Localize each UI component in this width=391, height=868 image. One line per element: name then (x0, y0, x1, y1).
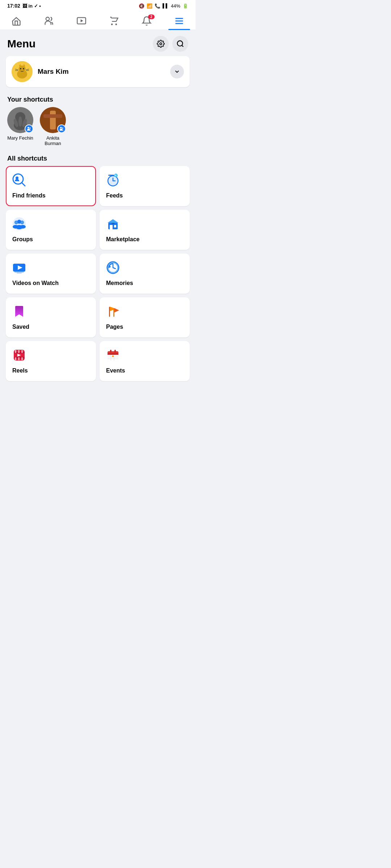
nav-notifications[interactable]: 2 (136, 14, 157, 28)
svg-rect-74 (15, 350, 16, 353)
menu-icon (174, 16, 184, 26)
grid-item-videos-on-watch[interactable]: Videos on Watch (6, 254, 96, 294)
shortcut-avatar-mary (7, 107, 33, 133)
svg-point-8 (160, 43, 162, 45)
header-actions (153, 36, 188, 52)
videos-on-watch-label: Videos on Watch (12, 280, 59, 286)
svg-point-36 (16, 176, 18, 179)
svg-rect-75 (18, 350, 20, 353)
svg-rect-92 (114, 350, 116, 353)
nav-home[interactable] (5, 14, 27, 28)
search-icon (176, 40, 184, 48)
svg-point-29 (29, 128, 31, 129)
grid-item-find-friends[interactable]: Find friends (6, 166, 96, 206)
groups-label: Groups (12, 236, 33, 243)
find-friends-label: Find friends (12, 192, 46, 199)
shortcut-badge-ankita (57, 124, 66, 133)
shortcut-mary[interactable]: Mary Fechin (7, 107, 33, 146)
marketplace-icon (109, 16, 119, 26)
videos-icon (12, 261, 26, 276)
grid-item-memories[interactable]: Memories (100, 254, 190, 294)
home-icon (11, 16, 21, 26)
svg-point-52 (16, 225, 23, 229)
svg-point-53 (15, 221, 18, 224)
svg-point-9 (177, 41, 183, 46)
svg-point-28 (28, 127, 29, 129)
profile-expand-button[interactable] (170, 65, 184, 78)
grid-item-pages[interactable]: Pages (100, 297, 190, 337)
status-indicators: 🔇 📶 📞 ▌▌ 44% 🔋 (139, 3, 188, 9)
reels-icon (12, 348, 26, 364)
marketplace-icon (106, 217, 120, 233)
svg-marker-2 (81, 19, 83, 22)
pages-icon (106, 305, 120, 320)
profile-card[interactable]: Mars Kim (6, 56, 190, 87)
svg-point-55 (18, 220, 21, 224)
svg-rect-42 (108, 175, 114, 176)
find-friends-icon (12, 173, 26, 189)
grid-item-events[interactable]: Events (100, 341, 190, 381)
shortcuts-grid: Find friends Feeds (6, 166, 190, 385)
shortcut-name-mary: Mary Fechin (7, 135, 33, 141)
grid-item-groups[interactable]: Groups (6, 210, 96, 250)
svg-point-26 (18, 116, 22, 127)
nav-watch[interactable] (71, 14, 92, 28)
search-button[interactable] (172, 36, 188, 52)
memories-icon (106, 261, 120, 276)
svg-rect-77 (15, 357, 16, 360)
grid-item-marketplace[interactable]: Marketplace (100, 210, 190, 250)
nav-marketplace[interactable] (103, 14, 125, 28)
settings-icon (157, 40, 165, 48)
reels-label: Reels (12, 367, 28, 374)
svg-point-3 (112, 24, 112, 25)
avatar-image (12, 61, 33, 82)
svg-rect-63 (17, 273, 22, 273)
svg-rect-76 (21, 350, 23, 353)
svg-rect-79 (21, 357, 23, 360)
notification-badge: 2 (148, 14, 155, 19)
avatar (12, 61, 33, 82)
svg-line-67 (113, 268, 115, 269)
nav-menu[interactable] (168, 14, 190, 28)
page-title: Menu (7, 38, 35, 50)
groups-icon (12, 217, 26, 233)
svg-rect-58 (114, 225, 116, 227)
svg-line-10 (182, 45, 183, 47)
events-label: Events (106, 367, 125, 374)
svg-point-4 (116, 24, 117, 25)
shortcuts-grid-section: Find friends Feeds (0, 166, 196, 385)
shortcuts-section-title: Your shortcuts (0, 93, 196, 107)
shortcut-ankita[interactable]: Ankita Burman (38, 107, 67, 146)
svg-rect-83 (108, 353, 118, 355)
svg-point-17 (23, 68, 24, 69)
nav-friends[interactable] (38, 14, 60, 28)
feeds-label: Feeds (106, 192, 123, 199)
grid-item-feeds[interactable]: Feeds (100, 166, 190, 206)
status-time: 17:02 🖼 in ✓ • (7, 3, 41, 9)
svg-rect-32 (43, 114, 62, 118)
events-icon (106, 348, 120, 364)
chevron-down-icon (174, 68, 180, 75)
shortcut-avatar-ankita (40, 107, 66, 133)
svg-point-16 (20, 68, 21, 69)
marketplace-label: Marketplace (106, 236, 140, 243)
profile-name: Mars Kim (38, 68, 69, 76)
shortcut-name-ankita: Ankita Burman (38, 135, 67, 146)
svg-point-34 (62, 128, 63, 129)
status-bar: 17:02 🖼 in ✓ • 🔇 📶 📞 ▌▌ 44% 🔋 (0, 0, 196, 11)
grid-item-saved[interactable]: Saved (6, 297, 96, 337)
nav-bar: 2 (0, 11, 196, 30)
grid-item-reels[interactable]: Reels (6, 341, 96, 381)
memories-label: Memories (106, 280, 133, 286)
watch-icon (76, 16, 87, 26)
all-shortcuts-title: All shortcuts (0, 152, 196, 166)
settings-button[interactable] (153, 36, 169, 52)
svg-point-33 (60, 127, 62, 129)
svg-rect-70 (113, 308, 114, 317)
saved-label: Saved (12, 324, 29, 330)
svg-point-54 (21, 221, 24, 224)
svg-rect-62 (14, 272, 24, 273)
shortcuts-row: Mary Fechin Ankita Burman (0, 107, 196, 152)
pages-label: Pages (106, 324, 123, 330)
svg-point-0 (46, 17, 49, 21)
